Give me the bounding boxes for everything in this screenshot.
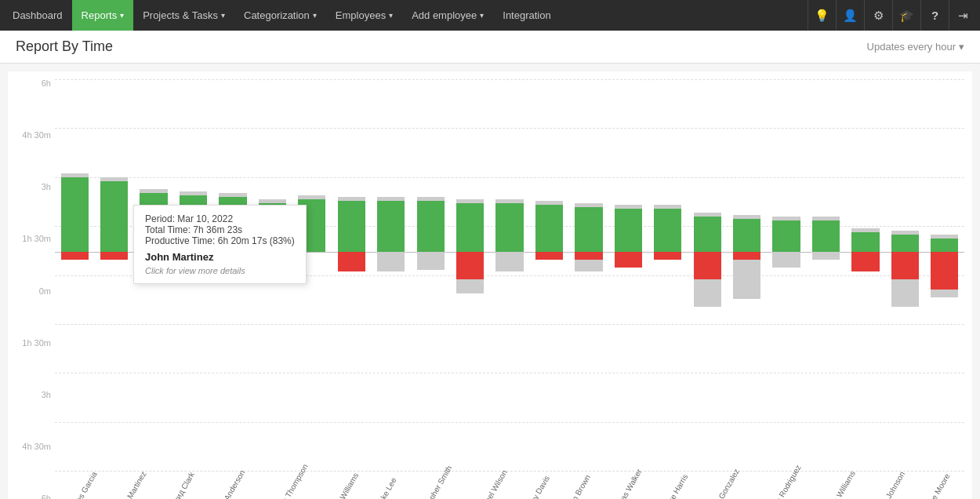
bar-col[interactable]: [134, 79, 173, 472]
bar-col[interactable]: [727, 79, 766, 472]
bar-col[interactable]: [569, 79, 608, 472]
nav-categorization[interactable]: Categorization ▾: [234, 0, 326, 31]
positive-bar-stack: [535, 201, 563, 252]
bar-col[interactable]: [173, 79, 212, 472]
profile-icon-btn[interactable]: 👤: [836, 0, 864, 31]
bar-col[interactable]: [806, 79, 845, 472]
negative-bar-stack: [417, 252, 445, 270]
x-axis-label: Dan Williams: [330, 472, 361, 499]
bar-col[interactable]: [490, 79, 529, 472]
help-icon-btn[interactable]: ?: [920, 0, 949, 31]
chart-container: 6h4h 30m3h1h 30m0m1h 30m3h4h 30m6h James…: [8, 71, 972, 499]
bar-col[interactable]: [925, 79, 964, 472]
bar-col[interactable]: [529, 79, 568, 472]
green-segment: [338, 201, 365, 252]
x-axis-label: John Johnson: [874, 470, 906, 499]
negative-bar-stack: [456, 252, 484, 293]
nav-employees-label: Employees: [336, 9, 386, 21]
navbar: Dashboard Reports ▾ Projects & Tasks ▾ C…: [0, 0, 980, 31]
red-segment: [180, 252, 207, 266]
positive-bar-stack: [851, 228, 879, 252]
bar-col[interactable]: [767, 79, 806, 472]
bulb-icon-btn[interactable]: 💡: [808, 0, 836, 31]
bar-col[interactable]: [885, 79, 924, 472]
positive-bar-stack: [180, 191, 207, 253]
red-segment: [61, 252, 89, 260]
positive-bar-stack: [140, 189, 167, 252]
updates-text: Updates every hour: [867, 41, 956, 53]
bar-col[interactable]: [55, 79, 94, 472]
chart-inner: 6h4h 30m3h1h 30m0m1h 30m3h4h 30m6h James…: [55, 79, 964, 499]
help-academy-icon-btn[interactable]: 🎓: [892, 0, 920, 31]
nav-add-employee-arrow: ▾: [480, 11, 484, 20]
bar-col[interactable]: [252, 79, 292, 472]
green-segment: [100, 181, 128, 252]
green-segment: [891, 235, 919, 253]
settings-icon-btn[interactable]: ⚙: [864, 0, 892, 31]
nav-reports-arrow: ▾: [120, 11, 124, 20]
page-header: Report By Time Updates every hour ▾: [0, 31, 980, 64]
positive-bar-stack: [694, 213, 721, 252]
x-label-wrap: John Brown: [554, 472, 595, 499]
negative-bar-stack: [575, 252, 602, 271]
positive-bar-stack: [495, 199, 523, 253]
bar-col[interactable]: [648, 79, 688, 472]
bar-col[interactable]: [292, 79, 332, 472]
gray-bottom-segment: [931, 290, 958, 297]
red-segment: [100, 252, 128, 260]
nav-reports[interactable]: Reports ▾: [72, 0, 134, 31]
nav-integration-label: Integration: [503, 9, 550, 21]
green-segment: [615, 209, 642, 252]
y-axis-label: 1h 30m: [12, 235, 51, 243]
x-label-wrap: John Martinez: [103, 472, 153, 499]
negative-bar-stack: [180, 252, 207, 266]
y-axis-label: 4h 30m: [12, 443, 51, 451]
x-axis-label: James Garcia: [67, 470, 98, 499]
negative-bar-stack: [733, 252, 760, 299]
nav-projects[interactable]: Projects & Tasks ▾: [133, 0, 234, 31]
nav-integration[interactable]: Integration: [493, 0, 560, 31]
red-segment: [259, 252, 286, 260]
green-segment: [298, 199, 325, 253]
negative-bar-stack: [140, 252, 167, 268]
red-segment: [851, 252, 879, 271]
positive-bar-stack: [733, 215, 760, 253]
negative-bar-stack: [931, 252, 958, 297]
updates-label[interactable]: Updates every hour ▾: [867, 41, 964, 53]
y-axis-label: 6h: [12, 494, 51, 499]
x-axis-label: Mary Davis: [524, 474, 552, 499]
logout-icon-btn[interactable]: ⇥: [949, 0, 977, 31]
red-segment: [654, 252, 681, 260]
positive-bar-stack: [259, 199, 286, 253]
bar-col[interactable]: [608, 79, 648, 472]
green-segment: [180, 195, 207, 253]
x-label-wrap: Blake Moore: [911, 472, 955, 499]
bar-col[interactable]: [213, 79, 252, 472]
green-segment: [61, 177, 89, 252]
y-axis-label: 0m: [12, 287, 51, 296]
positive-bar-stack: [100, 177, 128, 252]
nav-dashboard[interactable]: Dashboard: [3, 0, 72, 31]
updates-chevron-icon: ▾: [959, 41, 964, 53]
negative-bar-stack: [338, 252, 365, 271]
nav-projects-arrow: ▾: [221, 11, 225, 20]
bar-col[interactable]: [332, 79, 371, 472]
gray-bottom-segment: [812, 252, 840, 260]
bar-col[interactable]: [94, 79, 133, 472]
nav-employees[interactable]: Employees ▾: [326, 0, 402, 31]
bar-col[interactable]: [688, 79, 727, 472]
x-label-wrap: Леонид Clark: [153, 472, 201, 499]
negative-bar-stack: [495, 252, 523, 271]
bar-col[interactable]: [411, 79, 450, 472]
bar-col[interactable]: [450, 79, 489, 472]
x-label-wrap: Maria Gonzalez: [692, 472, 747, 499]
negative-bar-stack: [615, 252, 642, 268]
green-segment: [694, 217, 721, 252]
nav-reports-label: Reports: [82, 9, 118, 21]
bar-col[interactable]: [846, 79, 885, 472]
negative-bar-stack: [259, 252, 286, 260]
bar-col[interactable]: [372, 79, 411, 472]
negative-bar-stack: [891, 252, 919, 307]
nav-add-employee[interactable]: Add employee ▾: [402, 0, 493, 31]
nav-employees-arrow: ▾: [389, 11, 393, 20]
